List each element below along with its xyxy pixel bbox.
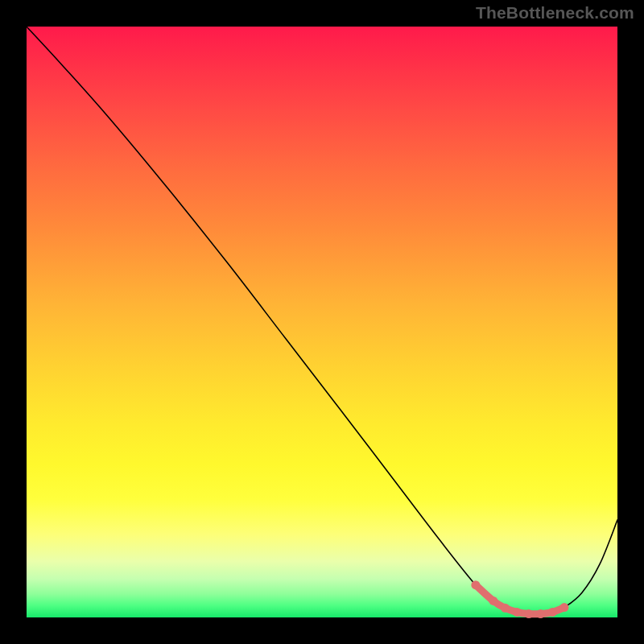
- bottleneck-curve: [27, 27, 617, 614]
- optimal-dot: [536, 609, 545, 618]
- optimal-dot: [559, 603, 568, 612]
- curve-layer: [27, 27, 617, 617]
- optimal-dot: [548, 608, 557, 617]
- watermark-text: TheBottleneck.com: [476, 3, 634, 23]
- chart-stage: TheBottleneck.com: [0, 0, 644, 644]
- optimal-dot: [501, 604, 510, 613]
- optimal-range-dots: [471, 580, 568, 618]
- optimal-dot: [471, 580, 480, 589]
- optimal-dot: [513, 608, 522, 617]
- plot-area: [27, 27, 617, 617]
- optimal-dot: [524, 609, 533, 618]
- optimal-dot: [489, 597, 497, 605]
